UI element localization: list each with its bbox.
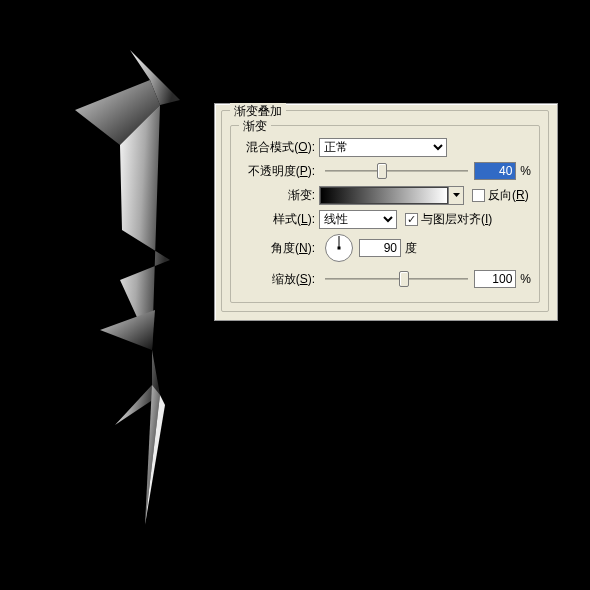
canvas-artwork bbox=[60, 50, 210, 530]
svg-marker-1 bbox=[75, 80, 160, 145]
style-label: 样式(L): bbox=[239, 211, 319, 228]
angle-value[interactable]: 90 bbox=[359, 239, 401, 257]
scale-slider[interactable] bbox=[325, 270, 468, 288]
align-label[interactable]: 与图层对齐(I) bbox=[421, 211, 492, 228]
reverse-checkbox[interactable] bbox=[472, 189, 485, 202]
svg-marker-6 bbox=[145, 395, 165, 525]
svg-marker-0 bbox=[130, 50, 180, 105]
angle-dial[interactable] bbox=[325, 234, 353, 262]
svg-marker-5 bbox=[145, 385, 160, 525]
gradient-picker[interactable] bbox=[319, 186, 464, 205]
svg-marker-4 bbox=[115, 350, 160, 425]
svg-marker-7 bbox=[453, 193, 460, 197]
reverse-label[interactable]: 反向(R) bbox=[488, 187, 529, 204]
inner-title: 渐变 bbox=[239, 118, 271, 135]
gradient-preview[interactable] bbox=[320, 187, 448, 204]
opacity-slider[interactable] bbox=[325, 162, 468, 180]
gradient-dropdown-button[interactable] bbox=[448, 187, 463, 204]
svg-marker-2 bbox=[120, 105, 170, 350]
scale-unit: % bbox=[520, 272, 531, 286]
opacity-label: 不透明度(P): bbox=[239, 163, 319, 180]
angle-unit: 度 bbox=[405, 240, 417, 257]
fieldset-outer: 渐变叠加 渐变 混合模式(O): 正常 不透明度(P): bbox=[221, 110, 549, 312]
blend-mode-select[interactable]: 正常 bbox=[319, 138, 447, 157]
opacity-slider-thumb[interactable] bbox=[377, 163, 387, 179]
blend-mode-label: 混合模式(O): bbox=[239, 139, 319, 156]
fieldset-inner: 渐变 混合模式(O): 正常 不透明度(P): 40 bbox=[230, 125, 540, 303]
scale-value[interactable]: 100 bbox=[474, 270, 516, 288]
svg-marker-3 bbox=[100, 310, 155, 350]
align-checkbox[interactable] bbox=[405, 213, 418, 226]
style-select[interactable]: 线性 bbox=[319, 210, 397, 229]
angle-label: 角度(N): bbox=[239, 240, 319, 257]
scale-slider-thumb[interactable] bbox=[399, 271, 409, 287]
opacity-value[interactable]: 40 bbox=[474, 162, 516, 180]
gradient-label: 渐变: bbox=[239, 187, 319, 204]
gradient-overlay-panel: 渐变叠加 渐变 混合模式(O): 正常 不透明度(P): bbox=[214, 103, 558, 321]
opacity-unit: % bbox=[520, 164, 531, 178]
scale-label: 缩放(S): bbox=[239, 271, 319, 288]
